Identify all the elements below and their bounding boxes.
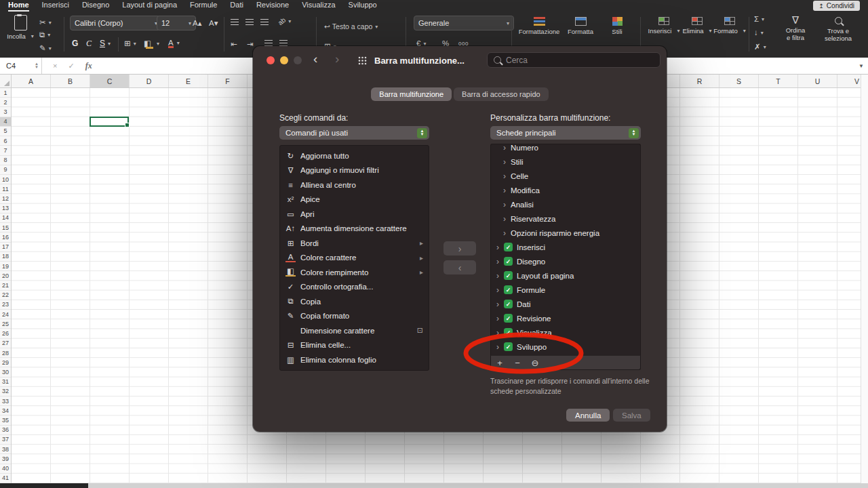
row-header-16[interactable]: 16 — [0, 232, 11, 242]
chevron-right-icon[interactable]: › — [496, 285, 504, 295]
commands-list[interactable]: ↻Aggiorna tutto∇Aggiungi o rimuovi filtr… — [279, 145, 429, 371]
find-select-button[interactable]: Trova e seleziona — [818, 17, 859, 43]
align-right-button[interactable] — [260, 19, 269, 26]
search-input[interactable]: Cerca — [487, 52, 660, 68]
command-elimina-riga-foglio[interactable]: ▤Elimina riga foglio — [280, 367, 429, 371]
row-header-22[interactable]: 22 — [0, 291, 11, 300]
command-aggiorna-tutto[interactable]: ↻Aggiorna tutto — [280, 148, 429, 163]
row-header-15[interactable]: 15 — [0, 223, 11, 232]
chevron-right-icon[interactable]: › — [496, 271, 504, 281]
underline-button[interactable]: S▾ — [100, 39, 111, 48]
checkbox-checked-icon[interactable]: ✓ — [504, 314, 513, 323]
select-all-corner[interactable] — [0, 75, 12, 88]
ribbon-tab-disegno[interactable]: Disegno — [82, 0, 109, 12]
ribbon-tree[interactable]: ›Numero›Stili›Celle›Modifica›Analisi›Ris… — [490, 144, 641, 355]
align-left-button[interactable] — [231, 19, 239, 26]
row-header-26[interactable]: 26 — [0, 329, 11, 338]
ribbon-item-formule[interactable]: ›✓Formule — [491, 283, 640, 297]
autosum-button[interactable]: Σ▾ — [754, 15, 764, 23]
checkbox-checked-icon[interactable]: ✓ — [504, 271, 513, 280]
ribbon-item-visualizza[interactable]: ›✓Visualizza — [491, 325, 640, 340]
row-header-41[interactable]: 41 — [0, 474, 11, 483]
back-button[interactable]: ‹ — [313, 52, 317, 66]
cancel-button[interactable]: Annulla — [566, 409, 610, 422]
row-header-13[interactable]: 13 — [0, 204, 11, 214]
bold-button[interactable]: G — [72, 39, 78, 48]
forward-button[interactable]: › — [335, 52, 339, 66]
font-family-select[interactable]: Calibri (Corpo)▾ — [70, 16, 162, 30]
italic-button[interactable]: C — [86, 39, 92, 49]
chevron-right-icon[interactable]: › — [503, 144, 511, 152]
column-header-U[interactable]: U — [798, 75, 837, 87]
row-header-17[interactable]: 17 — [0, 243, 11, 252]
row-header-36[interactable]: 36 — [0, 426, 11, 435]
ribbon-item-revisione[interactable]: ›✓Revisione — [491, 311, 640, 325]
column-header-A[interactable]: A — [12, 75, 51, 87]
command-apice[interactable]: x²Apice — [280, 192, 429, 207]
font-size-select[interactable]: 12▾ — [157, 16, 196, 30]
name-box[interactable]: C4 ▲▼ — [0, 58, 42, 74]
formula-bar-expand-icon[interactable]: ▼ — [859, 63, 864, 69]
cell-styles-button[interactable]: Stili — [604, 17, 631, 35]
ribbon-item-numero[interactable]: ›Numero — [491, 144, 640, 155]
confirm-entry-icon[interactable]: ✓ — [68, 62, 74, 70]
ribbon-tab-home[interactable]: Home — [8, 0, 29, 12]
chevron-right-icon[interactable]: › — [503, 186, 511, 195]
ribbon-item-sviluppo[interactable]: ›✓Sviluppo — [491, 340, 640, 354]
vertical-scrollbar[interactable] — [861, 75, 868, 483]
row-header-20[interactable]: 20 — [0, 271, 11, 281]
grow-font-button[interactable]: A▴ — [193, 18, 201, 28]
checkbox-checked-icon[interactable]: ✓ — [504, 243, 513, 251]
wrap-text-button[interactable]: ↩ Testo a capo ▾ — [324, 22, 378, 30]
row-header-18[interactable]: 18 — [0, 252, 11, 262]
column-header-R[interactable]: R — [680, 75, 719, 87]
row-header-40[interactable]: 40 — [0, 464, 11, 474]
ribbon-tab-sviluppo[interactable]: Sviluppo — [349, 0, 377, 12]
command-colore-carattere[interactable]: AColore carattere▸ — [280, 251, 429, 266]
command-aggiungi-o-rimuovi-filtri[interactable]: ∇Aggiungi o rimuovi filtri — [280, 163, 429, 178]
column-header-S[interactable]: S — [719, 75, 759, 87]
increase-indent-button[interactable]: ⇥ — [247, 39, 254, 49]
share-button[interactable]: ↥ Condividi — [813, 1, 860, 11]
row-header-35[interactable]: 35 — [0, 415, 11, 425]
checkbox-checked-icon[interactable]: ✓ — [504, 300, 513, 308]
column-header-T[interactable]: T — [759, 75, 798, 87]
row-header-28[interactable]: 28 — [0, 348, 11, 358]
selected-cell[interactable] — [90, 117, 129, 127]
align-center-button[interactable] — [245, 19, 254, 26]
row-header-14[interactable]: 14 — [0, 214, 11, 223]
checkbox-checked-icon[interactable]: ✓ — [504, 328, 513, 337]
chevron-right-icon[interactable]: › — [496, 257, 504, 266]
close-window-button[interactable] — [267, 56, 275, 64]
chevron-right-icon[interactable]: › — [503, 228, 511, 238]
row-header-5[interactable]: 5 — [0, 127, 11, 136]
chevron-right-icon[interactable]: › — [496, 342, 504, 352]
row-header-2[interactable]: 2 — [0, 98, 11, 107]
ribbon-tab-formule[interactable]: Formule — [190, 0, 217, 12]
row-header-33[interactable]: 33 — [0, 396, 11, 406]
chevron-right-icon[interactable]: › — [503, 200, 511, 209]
ribbon-item-celle[interactable]: ›Celle — [491, 169, 640, 183]
row-header-25[interactable]: 25 — [0, 319, 11, 329]
row-header-32[interactable]: 32 — [0, 387, 11, 396]
remove-button[interactable]: − — [509, 358, 526, 368]
command-controllo-ortografia[interactable]: ✓Controllo ortografia... — [280, 280, 429, 295]
font-color-button[interactable]: A▾ — [168, 39, 180, 47]
checkbox-checked-icon[interactable]: ✓ — [504, 342, 513, 351]
tab-quick-access[interactable]: Barra di accesso rapido — [454, 87, 549, 101]
row-header-8[interactable]: 8 — [0, 156, 11, 165]
ribbon-tab-visualizza[interactable]: Visualizza — [302, 0, 335, 12]
add-button[interactable]: + — [491, 358, 509, 368]
row-header-38[interactable]: 38 — [0, 445, 11, 454]
ribbon-tab-dati[interactable]: Dati — [230, 0, 243, 12]
delete-cells-button[interactable]: Elimina▾ — [682, 17, 712, 35]
command-dimensione-carattere[interactable]: Dimensione carattere⊡ — [280, 323, 429, 338]
command-elimina-celle[interactable]: ⊟Elimina celle... — [280, 338, 429, 353]
row-header-23[interactable]: 23 — [0, 300, 11, 310]
customize-ribbon-dropdown[interactable]: Schede principali ▲▼ — [490, 126, 641, 140]
format-cells-button[interactable]: Formato▾ — [715, 17, 745, 35]
cancel-entry-icon[interactable]: × — [53, 62, 57, 70]
chevron-right-icon[interactable]: › — [503, 214, 511, 224]
command-aumenta-dimensione-carattere[interactable]: A↑Aumenta dimensione carattere — [280, 222, 429, 237]
decrease-indent-button[interactable]: ⇤ — [231, 39, 237, 49]
